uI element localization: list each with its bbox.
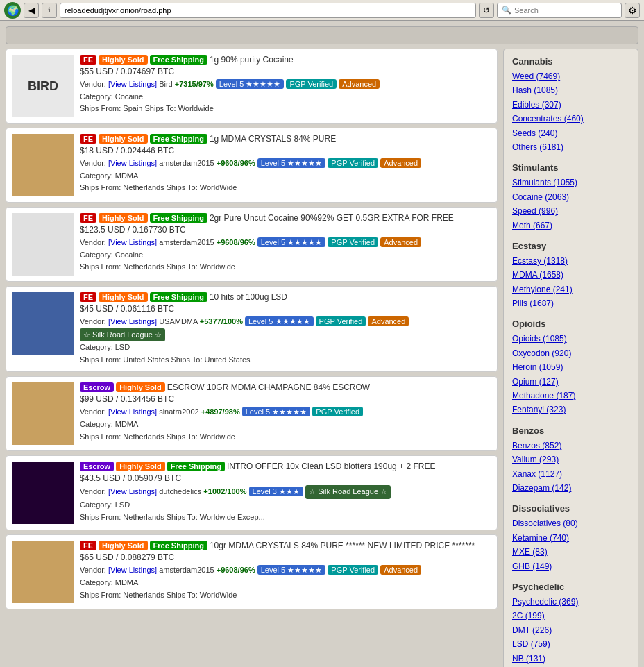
info-button[interactable]: ℹ <box>42 3 57 18</box>
sidebar-item[interactable]: MXE (83) <box>512 545 629 559</box>
sidebar-item[interactable]: MDMA (1658) <box>512 268 629 282</box>
listing-thumbnail[interactable]: BIRD <box>12 55 74 117</box>
listing-title-row: FEHighly SoldFree Shipping1g 90% purity … <box>80 55 491 65</box>
listing-category-line: Category: LSD <box>80 341 491 354</box>
main-container: BIRDFEHighly SoldFree Shipping1g 90% pur… <box>0 21 644 667</box>
sidebar-item[interactable]: Others (6181) <box>512 140 629 154</box>
sidebar-item[interactable]: Valium (293) <box>512 453 629 466</box>
sidebar-item[interactable]: Psychedelic (369) <box>512 595 629 609</box>
back-button[interactable]: ◀ <box>24 3 39 18</box>
listing-vendor-line: Vendor: [View Listings] amsterdam2015 +9… <box>80 237 491 249</box>
view-listings-link[interactable]: [View Listings] <box>108 317 157 326</box>
vendor-score: +4897/98% <box>201 407 240 416</box>
sidebar-item[interactable]: Speed (996) <box>512 204 629 218</box>
listing-ships-line: Ships From: United States Ships To: Unit… <box>80 354 491 366</box>
sidebar-category-title: Stimulants <box>512 162 629 173</box>
level-badge: Level 5 ★★★★★ <box>257 237 326 247</box>
listings-panel: BIRDFEHighly SoldFree Shipping1g 90% pur… <box>6 49 498 667</box>
badge-free-shipping: Free Shipping <box>150 292 207 302</box>
sidebar-category: CannabisWeed (7469)Hash (1085)Edibles (3… <box>512 56 629 154</box>
sidebar-item[interactable]: 2C (199) <box>512 609 629 623</box>
listing-vendor-line: Vendor: [View Listings] amsterdam2015 +9… <box>80 158 491 170</box>
listing-title: INTRO OFFER 10x Clean LSD blotters 190ug… <box>227 462 435 471</box>
listing-price: $43.5 USD / 0.059079 BTC <box>80 473 491 483</box>
listing-card: BIRDFEHighly SoldFree Shipping1g 90% pur… <box>6 49 498 124</box>
sidebar-item[interactable]: Pills (1687) <box>512 296 629 310</box>
listing-ships-line: Ships From: Spain Ships To: Worldwide <box>80 103 491 115</box>
sidebar-item[interactable]: Ketamine (740) <box>512 531 629 545</box>
listing-category-line: Category: Cocaine <box>80 249 491 262</box>
listing-thumbnail[interactable] <box>12 134 74 196</box>
advanced-badge: Advanced <box>380 237 421 247</box>
sidebar-item[interactable]: Heroin (1059) <box>512 360 629 374</box>
pgp-badge: PGP Verified <box>286 79 337 89</box>
listing-card: FEHighly SoldFree Shipping10gr MDMA CRYS… <box>6 534 498 609</box>
sidebar-item[interactable]: Weed (7469) <box>512 69 629 83</box>
sidebar-item[interactable]: Cocaine (2063) <box>512 190 629 204</box>
listing-ships-line: Ships From: Netherlands Ships To: Worldw… <box>80 261 491 273</box>
view-listings-link[interactable]: [View Listings] <box>108 487 157 496</box>
sidebar-item[interactable]: Oxycodon (920) <box>512 346 629 360</box>
sidebar-category-title: Psychedelic <box>512 582 629 592</box>
sidebar-item[interactable]: Stimulants (1055) <box>512 176 629 189</box>
listing-thumbnail[interactable] <box>12 541 74 603</box>
listing-thumbnail[interactable] <box>12 382 74 445</box>
sidebar-item[interactable]: Ecstasy (1318) <box>512 254 629 268</box>
sidebar-item[interactable]: DMT (226) <box>512 623 629 637</box>
view-listings-link[interactable]: [View Listings] <box>108 238 157 246</box>
browser-search-box[interactable]: 🔍 <box>497 3 622 18</box>
listing-meta: Vendor: [View Listings] amsterdam2015 +9… <box>80 237 491 273</box>
view-listings-link[interactable]: [View Listings] <box>108 566 157 574</box>
sidebar-item[interactable]: Methadone (187) <box>512 389 629 403</box>
view-listings-link[interactable]: [View Listings] <box>108 407 157 416</box>
listing-price: $45 USD / 0.061116 BTC <box>80 304 491 314</box>
sidebar-item[interactable]: NB (131) <box>512 652 629 666</box>
listing-ships-line: Ships From: Netherlands Ships To: Worldw… <box>80 431 491 444</box>
view-listings-link[interactable]: [View Listings] <box>108 80 157 88</box>
listing-title-row: EscrowHighly SoldESCROW 10GR MDMA CHAMPA… <box>80 382 491 392</box>
search-input[interactable] <box>514 6 611 15</box>
badge-fe: FE <box>80 55 96 65</box>
badge-free-shipping: Free Shipping <box>150 213 207 223</box>
vendor-score: +1002/100% <box>203 487 246 496</box>
vendor-score: +9608/96% <box>217 566 255 574</box>
url-bar[interactable] <box>60 3 476 18</box>
sidebar-item[interactable]: LSD (759) <box>512 637 629 651</box>
listing-ships-line: Ships From: Netherlands Ships To: WorldW… <box>80 182 491 194</box>
sidebar-item[interactable]: Concentrates (460) <box>512 112 629 126</box>
level-badge: Level 5 ★★★★★ <box>257 565 326 575</box>
listing-thumbnail[interactable] <box>12 213 74 276</box>
sidebar-item[interactable]: Hash (1085) <box>512 83 629 97</box>
sidebar-item[interactable]: Seeds (240) <box>512 126 629 140</box>
sidebar-item[interactable]: Opium (127) <box>512 375 629 389</box>
listing-thumbnail[interactable] <box>12 292 74 355</box>
pgp-badge: PGP Verified <box>328 237 378 247</box>
view-listings-link[interactable]: [View Listings] <box>108 159 157 167</box>
sidebar-item[interactable]: Methylone (241) <box>512 282 629 296</box>
vendor-score: +7315/97% <box>175 80 214 88</box>
silk-road-badge: ☆ Silk Road League ☆ <box>80 328 165 342</box>
sidebar-item[interactable]: Benzos (852) <box>512 439 629 453</box>
sidebar-category: DissociativesDissociatives (80)Ketamine … <box>512 503 629 573</box>
sidebar-item[interactable]: Fentanyl (323) <box>512 403 629 416</box>
sidebar-item[interactable]: Meth (667) <box>512 219 629 233</box>
listing-meta: Vendor: [View Listings] dutchedelics +10… <box>80 485 491 523</box>
sidebar-item[interactable]: Edibles (307) <box>512 98 629 112</box>
listing-vendor-line: Vendor: [View Listings] dutchedelics +10… <box>80 485 491 499</box>
sidebar-item[interactable]: Dissociatives (80) <box>512 516 629 530</box>
sidebar-item[interactable]: GHB (149) <box>512 559 629 573</box>
reload-button[interactable]: ↺ <box>479 3 494 18</box>
advanced-badge: Advanced <box>380 158 421 168</box>
extension-button[interactable]: ⚙ <box>625 3 640 18</box>
listing-thumbnail[interactable] <box>12 462 74 524</box>
sidebar-category: OpioidsOpioids (1085)Oxycodon (920)Heroi… <box>512 319 629 416</box>
listing-meta: Vendor: [View Listings] USAMDMA +5377/10… <box>80 316 491 366</box>
sidebar-item[interactable]: Xanax (1127) <box>512 467 629 481</box>
listing-ships-line: Ships From: Netherlands Ships To: Worldw… <box>80 512 491 524</box>
listing-meta: Vendor: [View Listings] sinatra2002 +489… <box>80 406 491 443</box>
level-badge: Level 5 ★★★★★ <box>245 316 314 326</box>
listing-card: FEHighly SoldFree Shipping2gr Pure Uncut… <box>6 207 498 282</box>
listing-title-row: FEHighly SoldFree Shipping2gr Pure Uncut… <box>80 213 491 223</box>
sidebar-item[interactable]: Diazepam (142) <box>512 481 629 495</box>
sidebar-item[interactable]: Opioids (1085) <box>512 332 629 346</box>
